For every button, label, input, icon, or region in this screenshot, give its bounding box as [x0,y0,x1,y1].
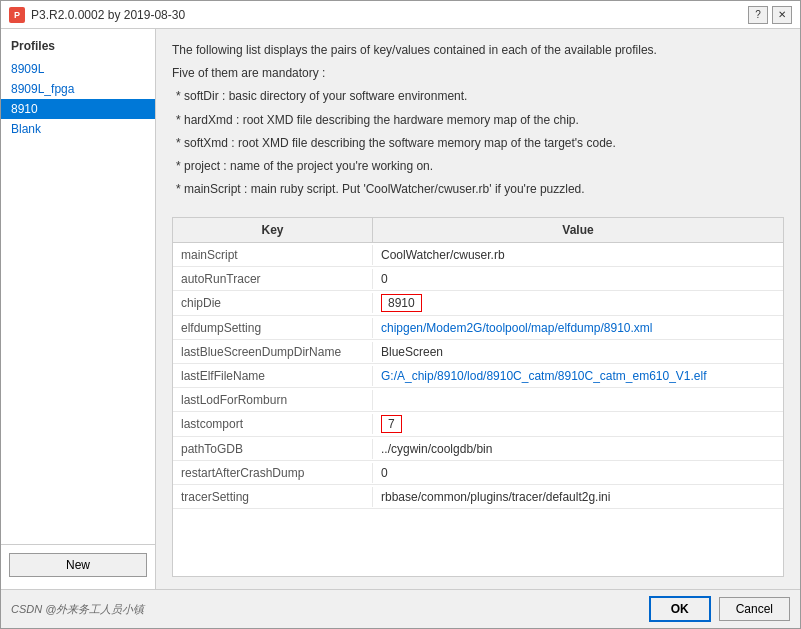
main-content: The following list displays the pairs of… [156,29,800,589]
table-row[interactable]: mainScriptCoolWatcher/cwuser.rb [173,243,783,267]
content-area: Profiles 8909L8909L_fpga8910Blank New Th… [1,29,800,589]
value-cell: ../cygwin/coolgdb/bin [373,439,783,459]
table-scroll-area[interactable]: mainScriptCoolWatcher/cwuser.rbautoRunTr… [173,243,783,576]
watermark-text: CSDN @外来务工人员小镇 [11,602,144,617]
sidebar-title: Profiles [1,33,155,59]
value-cell: 0 [373,463,783,483]
highlighted-value: 7 [381,415,402,433]
ok-button[interactable]: OK [649,596,711,622]
key-cell: autoRunTracer [173,269,373,289]
value-cell: CoolWatcher/cwuser.rb [373,245,783,265]
key-cell: chipDie [173,293,373,313]
title-bar-controls: ? ✕ [748,6,792,24]
description-item: * softXmd : root XMD file describing the… [176,134,784,153]
sidebar-items-container: 8909L8909L_fpga8910Blank [1,59,155,139]
table-row[interactable]: pathToGDB../cygwin/coolgdb/bin [173,437,783,461]
value-cell: chipgen/Modem2G/toolpool/map/elfdump/891… [373,318,783,338]
title-bar-text: P3.R2.0.0002 by 2019-08-30 [31,8,748,22]
key-value-table: Key Value mainScriptCoolWatcher/cwuser.r… [172,217,784,577]
title-bar: P P3.R2.0.0002 by 2019-08-30 ? ✕ [1,1,800,29]
sidebar-item-blank[interactable]: Blank [1,119,155,139]
key-header: Key [173,218,373,242]
sidebar-bottom: New [1,544,155,585]
value-cell [373,397,783,403]
sidebar-item-8909l-fpga[interactable]: 8909L_fpga [1,79,155,99]
description-items: * softDir : basic directory of your soft… [172,87,784,199]
value-cell: 7 [373,412,783,436]
table-row[interactable]: lastBlueScreenDumpDirNameBlueScreen [173,340,783,364]
key-cell: lastLodForRomburn [173,390,373,410]
new-button[interactable]: New [9,553,147,577]
key-cell: lastBlueScreenDumpDirName [173,342,373,362]
link-value: G:/A_chip/8910/lod/8910C_catm/8910C_catm… [381,369,707,383]
cancel-button[interactable]: Cancel [719,597,790,621]
value-header: Value [373,218,783,242]
table-row[interactable]: tracerSettingrbbase/common/plugins/trace… [173,485,783,509]
app-icon: P [9,7,25,23]
table-row[interactable]: lastElfFileNameG:/A_chip/8910/lod/8910C_… [173,364,783,388]
footer: CSDN @外来务工人员小镇 OK Cancel [1,589,800,628]
value-cell: 0 [373,269,783,289]
highlighted-value: 8910 [381,294,422,312]
link-value: chipgen/Modem2G/toolpool/map/elfdump/891… [381,321,653,335]
table-header: Key Value [173,218,783,243]
key-cell: lastElfFileName [173,366,373,386]
sidebar-item-8909l[interactable]: 8909L [1,59,155,79]
description-mandatory: Five of them are mandatory : [172,64,784,83]
key-cell: tracerSetting [173,487,373,507]
table-row[interactable]: elfdumpSettingchipgen/Modem2G/toolpool/m… [173,316,783,340]
table-row[interactable]: lastcomport7 [173,412,783,437]
description-item: * project : name of the project you're w… [176,157,784,176]
value-cell: rbbase/common/plugins/tracer/default2g.i… [373,487,783,507]
value-cell: 8910 [373,291,783,315]
key-cell: mainScript [173,245,373,265]
description-item: * softDir : basic directory of your soft… [176,87,784,106]
description-item: * mainScript : main ruby script. Put 'Co… [176,180,784,199]
sidebar: Profiles 8909L8909L_fpga8910Blank New [1,29,156,589]
table-row[interactable]: autoRunTracer0 [173,267,783,291]
table-row[interactable]: chipDie8910 [173,291,783,316]
description-intro: The following list displays the pairs of… [172,41,784,60]
description-item: * hardXmd : root XMD file describing the… [176,111,784,130]
help-button[interactable]: ? [748,6,768,24]
key-cell: pathToGDB [173,439,373,459]
key-cell: elfdumpSetting [173,318,373,338]
main-window: P P3.R2.0.0002 by 2019-08-30 ? ✕ Profile… [0,0,801,629]
sidebar-item-8910[interactable]: 8910 [1,99,155,119]
value-cell: G:/A_chip/8910/lod/8910C_catm/8910C_catm… [373,366,783,386]
table-row[interactable]: lastLodForRomburn [173,388,783,412]
table-row[interactable]: restartAfterCrashDump0 [173,461,783,485]
description-section: The following list displays the pairs of… [172,41,784,203]
value-cell: BlueScreen [373,342,783,362]
key-cell: restartAfterCrashDump [173,463,373,483]
key-cell: lastcomport [173,414,373,434]
close-button[interactable]: ✕ [772,6,792,24]
